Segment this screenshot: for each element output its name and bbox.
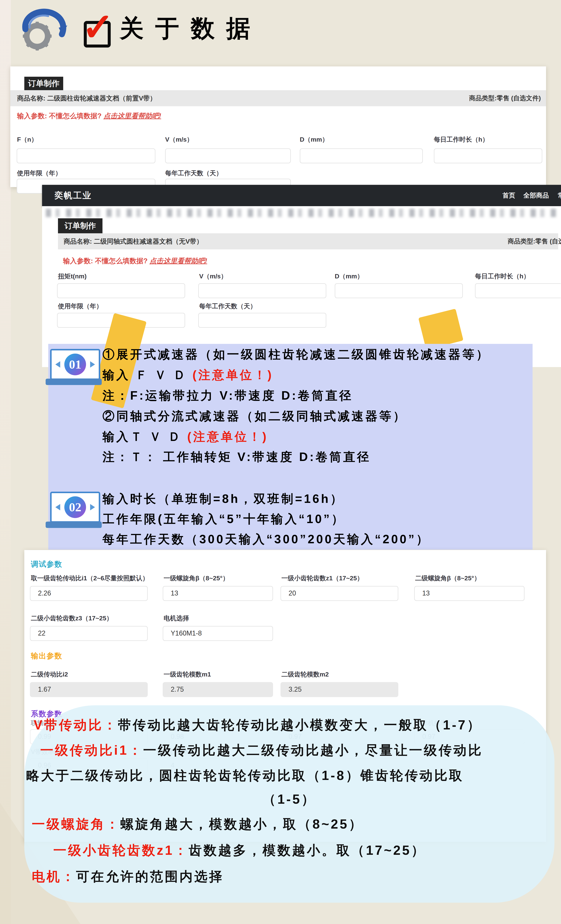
- form1-input-V[interactable]: [165, 148, 291, 164]
- param-output-m1: 2.75: [163, 682, 273, 697]
- param-label-i1: 取一级齿轮传动比i1（2~6尽量按照默认）: [31, 574, 149, 583]
- overlay-line-i1-text: 一级传动比越大二级传动比越小，尽量让一级传动比: [143, 743, 483, 758]
- note-line-5-red: (注意单位！): [187, 430, 268, 443]
- navbar-brand[interactable]: 奕帆工业: [54, 190, 92, 201]
- badge-arrow-right-icon: [90, 361, 95, 368]
- note-line-8: 工作年限(五年输入“5”十年输入“10”）: [102, 512, 345, 526]
- badge-number: 01: [64, 354, 86, 375]
- overlay-line-motor: 电机：可在允许的范围内选择: [32, 869, 224, 884]
- form1-label-work-days: 每年工作天数（天）: [165, 169, 222, 177]
- checkbox-icon: ✓: [84, 21, 111, 48]
- badge-arrow-left-icon: [55, 504, 60, 510]
- overlay-line-i1: 一级传动比i1：一级传动比越大二级传动比越小，尽量让一级传动比: [40, 743, 483, 758]
- note-line-2: 输入 Ｆ Ｖ Ｄ (注意单位！): [102, 368, 274, 382]
- form1-input-F[interactable]: [16, 148, 156, 164]
- badge-01-base: [46, 379, 102, 385]
- note-line-9: 每年工作天数（300天输入“300”200天输入“200”）: [102, 532, 430, 546]
- section-title-debug-params: 调试参数: [31, 559, 62, 569]
- form2-product-name: 商品名称: 二级同轴式圆柱减速器文档（无V带）: [64, 237, 203, 246]
- form1-product-type: 商品类型:零售 (自选文件): [469, 94, 541, 102]
- note-line-3: 注：F:运输带拉力 V:带速度 D:卷筒直径: [102, 388, 353, 403]
- param-label-motor: 电机选择: [164, 614, 189, 622]
- overlay-line-z1: 一级小齿轮齿数z1：齿数越多，模数越小。取（17~25）: [53, 843, 426, 858]
- note-line-1: ①展开式减速器（如一级圆柱齿轮减速二级圆锥齿轮减速器等）: [102, 347, 490, 362]
- form2-help-line: 输入参数: 不懂怎么填数据? 点击这里看帮助吧!: [63, 256, 207, 266]
- screenshot-form1-panel: 订单制作 商品名称: 二级圆柱齿轮减速器文档（前置V带） 商品类型:零售 (自选…: [10, 66, 546, 187]
- form2-label-torque: 扭矩t(nm): [58, 272, 87, 280]
- nav-item-all-products[interactable]: 全部商品: [524, 191, 549, 200]
- note-line-5: 输入Ｔ Ｖ Ｄ (注意单位！): [102, 429, 268, 444]
- badge-arrow-right-icon: [90, 504, 95, 510]
- form1-label-service-years: 使用年限（年）: [17, 169, 61, 177]
- form1-label-V: V（m/s）: [165, 135, 193, 144]
- param-label-beta1: 一级螺旋角β（8~25°）: [164, 574, 229, 583]
- badge-02-base: [46, 522, 102, 528]
- overlay-line-helix-text: 螺旋角越大，模数越小，取（8~25）: [120, 817, 364, 831]
- form1-tab-order[interactable]: 订单制作: [24, 77, 63, 90]
- overlay-line-motor-lead: 电机：: [32, 869, 76, 884]
- page-canvas: ✓ 关于数据 订单制作 商品名称: 二级圆柱齿轮减速器文档（前置V带） 商品类型…: [0, 0, 561, 924]
- form1-input-daily-hours[interactable]: [434, 148, 542, 164]
- overlay-line-i1-cont: 略大于二级传动比，圆柱齿轮齿轮传动比取（1-8）锥齿轮传动比取: [26, 768, 464, 783]
- nav-item-home[interactable]: 首页: [503, 191, 515, 200]
- overlay-line-motor-text: 可在允许的范围内选择: [76, 869, 224, 884]
- overlay-line-i1-lead: 一级传动比i1：: [40, 743, 143, 758]
- param-input-beta1[interactable]: 13: [163, 586, 273, 601]
- overlay-line-helix-lead: 一级螺旋角：: [32, 817, 120, 831]
- param-label-beta2: 二级螺旋角β（8~25°）: [415, 574, 480, 583]
- form1-label-D: D（mm）: [300, 135, 328, 144]
- form2-label-work-days: 每年工作天数（天）: [199, 302, 256, 310]
- form2-input-torque[interactable]: [57, 283, 185, 298]
- form2-input-V[interactable]: [198, 283, 326, 298]
- note-line-6: 注：Ｔ： 工作轴转矩 V:带速度 D:卷筒直径: [102, 450, 371, 464]
- param-input-z1[interactable]: 20: [280, 586, 398, 601]
- overlay-line-z1-text: 齿数越多，模数越小。取（17~25）: [188, 843, 426, 858]
- site-navbar: 奕帆工业 首页 全部商品 常见问题: [42, 185, 561, 206]
- param-input-motor[interactable]: Y160M1-8: [163, 626, 273, 641]
- form1-product-bar: 商品名称: 二级圆柱齿轮减速器文档（前置V带） 商品类型:零售 (自选文件): [10, 90, 546, 106]
- badge-number: 02: [64, 496, 86, 518]
- form1-label-F: F（n）: [17, 135, 37, 144]
- form1-product-name: 商品名称: 二级圆柱齿轮减速器文档（前置V带）: [17, 94, 156, 103]
- param-input-i1[interactable]: 2.26: [30, 586, 148, 601]
- note-line-5-black: 输入Ｔ Ｖ Ｄ: [102, 430, 187, 443]
- form2-input-daily-hours[interactable]: [475, 283, 561, 298]
- note-line-2-red: (注意单位！): [192, 368, 274, 382]
- form2-label-V: V（m/s）: [199, 272, 227, 280]
- param-label-m2: 二级齿轮模数m2: [281, 670, 329, 679]
- step-badge-01: 01: [50, 349, 100, 380]
- form2-product-type: 商品类型:零售 (自选文件): [508, 237, 561, 246]
- form2-input-work-days[interactable]: [198, 313, 326, 328]
- page-title: 关于数据: [120, 12, 262, 45]
- note-line-2-black: 输入 Ｆ Ｖ Ｄ: [102, 368, 192, 382]
- param-label-z3: 二级小齿轮齿数z3（17~25）: [31, 614, 112, 622]
- form2-label-daily-hours: 每日工作时长（h）: [475, 272, 530, 280]
- param-label-z1: 一级小齿轮齿数z1（17~25）: [281, 574, 363, 583]
- notes-box: 01 ①展开式减速器（如一级圆柱齿轮减速二级圆锥齿轮减速器等） 输入 Ｆ Ｖ Ｄ…: [48, 344, 533, 550]
- note-line-7: 输入时长（单班制=8h，双班制=16h）: [102, 492, 344, 506]
- form1-help-text: 输入参数: 不懂怎么填数据?: [17, 112, 103, 120]
- form2-tab-order[interactable]: 订单制作: [58, 218, 102, 233]
- form1-input-D[interactable]: [300, 148, 423, 164]
- param-input-beta2[interactable]: 13: [414, 586, 525, 601]
- form2-label-service-years: 使用年限（年）: [58, 302, 102, 310]
- background-left-band: [0, 0, 11, 924]
- overlay-line-z1-lead: 一级小齿轮齿数z1：: [53, 843, 188, 858]
- form2-label-D: D（mm）: [335, 272, 364, 280]
- form2-help-link[interactable]: 点击这里看帮助吧!: [150, 257, 207, 265]
- section-title-output-params: 输出参数: [31, 651, 62, 661]
- form2-input-D[interactable]: [335, 283, 463, 298]
- form2-help-text: 输入参数: 不懂怎么填数据?: [63, 257, 150, 265]
- overlay-line-range: （1-5）: [24, 792, 555, 807]
- nav-item-faq[interactable]: 常见问题: [558, 191, 561, 200]
- overlay-line-helix: 一级螺旋角：螺旋角越大，模数越小，取（8~25）: [32, 817, 364, 832]
- form1-tab-label: 订单制作: [28, 78, 60, 88]
- param-input-z3[interactable]: 22: [30, 626, 148, 641]
- form1-label-daily-hours: 每日工作时长（h）: [434, 135, 489, 144]
- form1-help-link[interactable]: 点击这里看帮助吧!: [103, 112, 161, 120]
- param-output-i2: 1.67: [30, 682, 148, 697]
- explanation-overlay: V带传动比：带传动比越大齿轮传动比越小模数变大，一般取（1-7） 一级传动比i1…: [24, 705, 555, 903]
- note-line-4: ②同轴式分流式减速器（如二级同轴式减速器等）: [102, 409, 407, 423]
- blurred-text-strip: [46, 209, 557, 217]
- check-mark-icon: ✓: [82, 6, 114, 48]
